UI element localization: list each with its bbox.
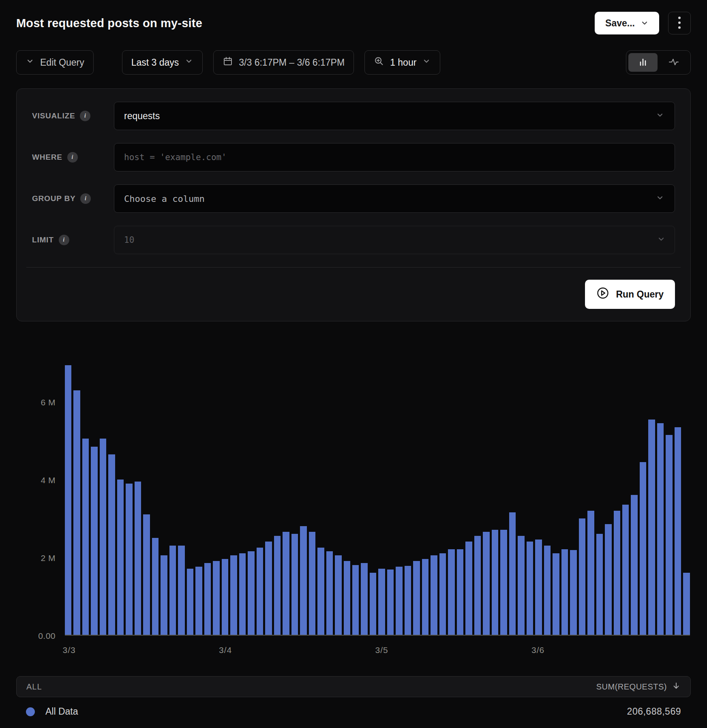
chart-bar	[204, 563, 211, 635]
visualize-select[interactable]: requests	[114, 102, 675, 130]
chart-bar	[648, 420, 655, 635]
save-button-label: Save...	[605, 18, 635, 29]
chart-bar	[683, 573, 690, 635]
pulse-line-icon	[668, 56, 679, 69]
chart-bar	[257, 548, 263, 635]
group-by-row: GROUP BY i Choose a column	[32, 184, 675, 213]
time-range-select[interactable]: Last 3 days	[122, 50, 203, 75]
chart-bar	[283, 532, 289, 635]
arrow-down-icon	[672, 681, 681, 692]
where-input[interactable]	[114, 143, 675, 171]
sort-column-header[interactable]: SUM(REQUESTS)	[596, 681, 681, 692]
group-column-header: ALL	[26, 682, 42, 692]
chart-bar	[657, 423, 664, 635]
page-title: Most requested posts on my-site	[16, 17, 202, 30]
chart-bar	[631, 495, 637, 635]
chart-bar	[169, 546, 176, 635]
limit-label-group: LIMIT i	[32, 235, 114, 245]
series-color-dot	[26, 707, 35, 716]
edit-query-toggle[interactable]: Edit Query	[16, 50, 94, 75]
run-query-button[interactable]: Run Query	[585, 280, 675, 309]
toolbar: Edit Query Last 3 days 3/3 6:17PM – 3/6 …	[16, 50, 691, 75]
chart-bar	[500, 530, 507, 635]
chart-bar	[91, 447, 97, 635]
chart-bar	[239, 553, 246, 635]
chart-bar	[100, 439, 106, 635]
chart-bar	[431, 555, 437, 635]
y-tick-label: 6 M	[16, 398, 56, 407]
line-chart-toggle-button[interactable]	[659, 53, 688, 72]
x-tick-label: 3/6	[531, 645, 544, 655]
info-icon[interactable]: i	[67, 152, 78, 163]
chart-bar	[640, 462, 646, 635]
chart-bar	[535, 540, 542, 635]
chevron-down-icon	[655, 193, 665, 204]
query-builder-page: Most requested posts on my-site Save... …	[0, 0, 707, 728]
chart-bar	[527, 542, 533, 635]
series-legend[interactable]: All Data	[26, 706, 78, 717]
chevron-down-icon	[641, 19, 649, 27]
visualize-label-group: VISUALIZE i	[32, 111, 114, 121]
sort-column-label: SUM(REQUESTS)	[596, 682, 667, 692]
interval-label: 1 hour	[390, 57, 416, 68]
info-icon[interactable]: i	[59, 235, 69, 245]
chart-bar	[587, 511, 594, 635]
chart-plot-area	[65, 351, 690, 636]
chart-bar	[579, 518, 585, 635]
chart-bar	[326, 551, 333, 635]
run-query-label: Run Query	[616, 289, 664, 300]
chart-bar	[413, 561, 420, 635]
series-name: All Data	[45, 706, 78, 717]
chart-bar	[335, 555, 341, 635]
where-label: WHERE	[32, 153, 62, 162]
chart-bar	[117, 480, 124, 635]
bar-chart-toggle-button[interactable]	[628, 53, 658, 72]
group-by-label-group: GROUP BY i	[32, 193, 114, 204]
date-range-value: 3/3 6:17PM – 3/6 6:17PM	[239, 57, 345, 68]
save-button[interactable]: Save...	[595, 12, 659, 34]
limit-input[interactable]	[114, 226, 675, 254]
chart-bar	[143, 514, 150, 635]
chart-bar	[378, 569, 385, 635]
chart-bar	[152, 538, 159, 635]
x-tick-label: 3/3	[63, 645, 76, 655]
chart-bar	[596, 534, 603, 635]
chart-bar	[605, 524, 611, 635]
group-by-placeholder: Choose a column	[124, 194, 205, 204]
chart-bar	[396, 567, 402, 635]
calendar-icon	[223, 56, 233, 69]
chart-bar	[614, 511, 620, 635]
chart-bar	[82, 439, 89, 635]
header-actions: Save...	[595, 12, 691, 34]
chart-bar	[370, 573, 376, 635]
chart-bar	[387, 570, 394, 635]
query-form-panel: VISUALIZE i requests WHERE i	[16, 88, 691, 321]
time-range-label: Last 3 days	[131, 57, 179, 68]
chart-bar	[213, 561, 219, 635]
summary-header-row: ALL SUM(REQUESTS)	[16, 676, 691, 697]
chart-bar	[405, 566, 411, 635]
info-icon[interactable]: i	[80, 111, 90, 121]
edit-query-label: Edit Query	[40, 57, 84, 68]
chart-bar	[570, 550, 576, 635]
chart-bar	[265, 542, 272, 635]
chart-bar	[675, 427, 681, 635]
form-divider	[26, 267, 681, 268]
chart-bar	[483, 532, 489, 635]
interval-select[interactable]: 1 hour	[364, 50, 440, 75]
chart-bar	[291, 534, 298, 635]
series-row[interactable]: All Data 206,688,569	[16, 697, 691, 717]
chart-bar	[474, 536, 481, 635]
chevron-down-icon	[655, 110, 665, 122]
more-options-button[interactable]	[668, 12, 691, 34]
date-range-picker[interactable]: 3/3 6:17PM – 3/6 6:17PM	[213, 50, 354, 75]
chart-bar	[553, 553, 559, 635]
chart-bar	[509, 512, 516, 635]
where-label-group: WHERE i	[32, 152, 114, 163]
chart-bar	[344, 561, 350, 635]
chart-type-toggle	[626, 50, 691, 75]
x-tick-label: 3/4	[219, 645, 232, 655]
group-by-select[interactable]: Choose a column	[114, 184, 675, 213]
info-icon[interactable]: i	[80, 193, 91, 204]
chart-bar	[300, 526, 306, 635]
